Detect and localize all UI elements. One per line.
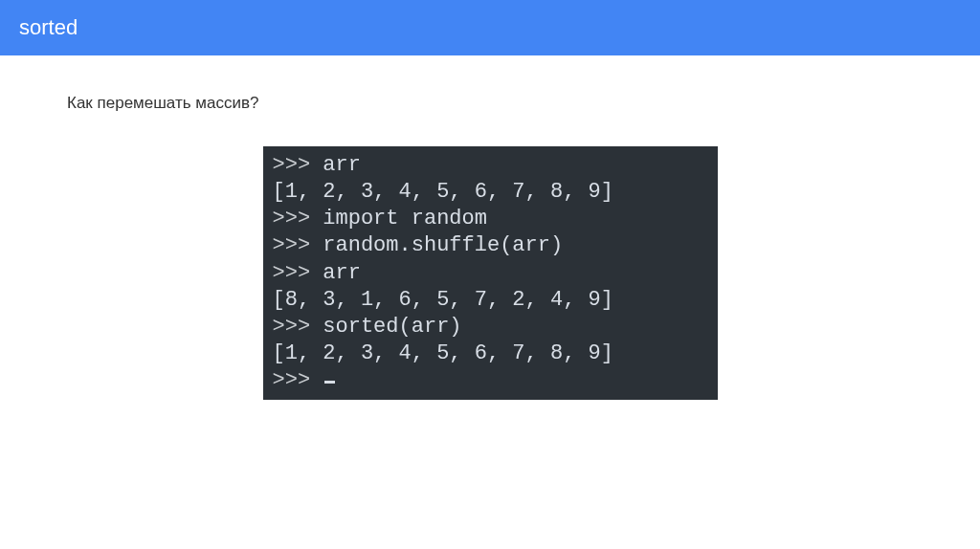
question-text: Как перемешать массив?: [67, 94, 913, 113]
terminal-line: >>> arr: [273, 261, 361, 285]
code-text: arr: [323, 261, 361, 285]
output-text: [1, 2, 3, 4, 5, 6, 7, 8, 9]: [273, 341, 613, 365]
prompt: >>>: [273, 315, 323, 339]
prompt: >>>: [273, 153, 323, 177]
terminal-line: >>> random.shuffle(arr): [273, 233, 564, 257]
code-text: arr: [323, 153, 361, 177]
terminal-container: >>> arr [1, 2, 3, 4, 5, 6, 7, 8, 9] >>> …: [67, 146, 913, 400]
terminal-line: >>> import random: [273, 207, 487, 231]
code-text: random.shuffle(arr): [323, 233, 563, 257]
prompt: >>>: [273, 233, 323, 257]
code-text: import random: [323, 207, 487, 231]
prompt: >>>: [273, 207, 323, 231]
cursor-icon: [324, 381, 335, 384]
slide-title: sorted: [19, 15, 78, 39]
slide-content: Как перемешать массив? >>> arr [1, 2, 3,…: [0, 55, 980, 438]
terminal: >>> arr [1, 2, 3, 4, 5, 6, 7, 8, 9] >>> …: [263, 146, 718, 400]
output-text: [1, 2, 3, 4, 5, 6, 7, 8, 9]: [273, 180, 613, 204]
terminal-line: [8, 3, 1, 6, 5, 7, 2, 4, 9]: [273, 288, 613, 312]
terminal-line: [1, 2, 3, 4, 5, 6, 7, 8, 9]: [273, 180, 613, 204]
prompt: >>>: [273, 261, 323, 285]
terminal-line: >>>: [273, 368, 336, 392]
terminal-line: >>> arr: [273, 153, 361, 177]
code-text: sorted(arr): [323, 315, 461, 339]
prompt: >>>: [273, 368, 323, 392]
terminal-line: >>> sorted(arr): [273, 315, 462, 339]
output-text: [8, 3, 1, 6, 5, 7, 2, 4, 9]: [273, 288, 613, 312]
terminal-line: [1, 2, 3, 4, 5, 6, 7, 8, 9]: [273, 341, 613, 365]
slide-header: sorted: [0, 0, 980, 55]
